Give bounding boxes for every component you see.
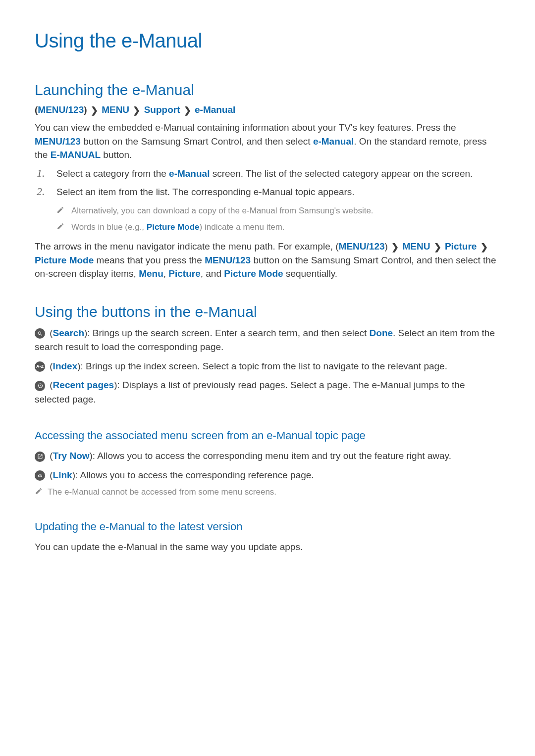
label-trynow: Try Now: [53, 451, 90, 461]
step-text: Select an item from the list. The corres…: [56, 185, 500, 199]
note-item: The e-Manual cannot be accessed from som…: [35, 487, 500, 498]
index-icon: A-Z: [35, 361, 45, 372]
note-text: Alternatively, you can download a copy o…: [71, 206, 374, 216]
step-2: 2. Select an item from the list. The cor…: [35, 185, 500, 199]
step-number: 2.: [35, 185, 56, 198]
step-1: 1. Select a category from the e-Manual s…: [35, 167, 500, 181]
label-index: Index: [53, 361, 78, 371]
crumb-emanual: e-Manual: [195, 104, 235, 115]
intro-paragraph: You can view the embedded e-Manual conta…: [35, 121, 500, 162]
entry-link: (Link): Allows you to access the corresp…: [35, 468, 500, 483]
entry-trynow: (Try Now): Allows you to access the corr…: [35, 449, 500, 463]
subsection-heading-updating: Updating the e-Manual to the latest vers…: [35, 520, 500, 533]
pencil-note-icon: [35, 487, 48, 498]
label-link: Link: [53, 470, 72, 480]
note-text: The e-Manual cannot be accessed from som…: [48, 487, 276, 497]
note-list: Alternatively, you can download a copy o…: [56, 206, 500, 233]
section-heading-launching: Launching the e-Manual: [35, 82, 500, 99]
note-text: Words in blue (e.g., Picture Mode) indic…: [71, 222, 285, 232]
try-now-icon: [35, 452, 45, 462]
chevron-right-icon: ❯: [133, 105, 140, 116]
section-heading-buttons: Using the buttons in the e-Manual: [35, 303, 500, 320]
label-search: Search: [53, 328, 84, 338]
breadcrumb: (MENU/123) ❯ MENU ❯ Support ❯ e-Manual: [35, 104, 500, 116]
chevron-right-icon: ❯: [184, 105, 191, 116]
subsection-heading-accessing: Accessing the associated menu screen fro…: [35, 429, 500, 442]
search-icon: [35, 328, 45, 339]
update-paragraph: You can update the e-Manual in the same …: [35, 540, 500, 554]
step-text: Select a category from the e-Manual scre…: [56, 167, 500, 181]
document-page: Using the e-Manual Launching the e-Manua…: [0, 0, 535, 588]
term-emanual-button: E-MANUAL: [51, 150, 101, 160]
link-icon: [35, 470, 45, 481]
arrow-explanation-paragraph: The arrows in the menu navigator indicat…: [35, 240, 500, 281]
step-number: 1.: [35, 167, 56, 180]
chevron-right-icon: ❯: [391, 241, 399, 253]
pencil-note-icon: [56, 206, 71, 216]
note-item: Words in blue (e.g., Picture Mode) indic…: [56, 222, 500, 233]
label-recent: Recent pages: [53, 380, 114, 390]
chevron-right-icon: ❯: [434, 241, 441, 253]
term-emanual: e-Manual: [313, 136, 354, 147]
note-list: The e-Manual cannot be accessed from som…: [35, 487, 500, 498]
page-title: Using the e-Manual: [35, 30, 500, 52]
entry-search: (Search): Brings up the search screen. E…: [35, 326, 500, 354]
chevron-right-icon: ❯: [91, 105, 98, 116]
recent-pages-icon: [35, 381, 45, 391]
entry-index: A-Z (Index): Brings up the index screen.…: [35, 359, 500, 374]
entry-recent: (Recent pages): Displays a list of previ…: [35, 378, 500, 406]
ordered-steps: 1. Select a category from the e-Manual s…: [35, 167, 500, 199]
chevron-right-icon: ❯: [481, 241, 488, 253]
crumb-menu: MENU: [102, 104, 129, 115]
note-item: Alternatively, you can download a copy o…: [56, 206, 500, 216]
crumb-support: Support: [144, 104, 180, 115]
pencil-note-icon: [56, 222, 71, 233]
crumb-menu123: MENU/123: [38, 104, 84, 115]
term-menu123: MENU/123: [35, 136, 81, 147]
